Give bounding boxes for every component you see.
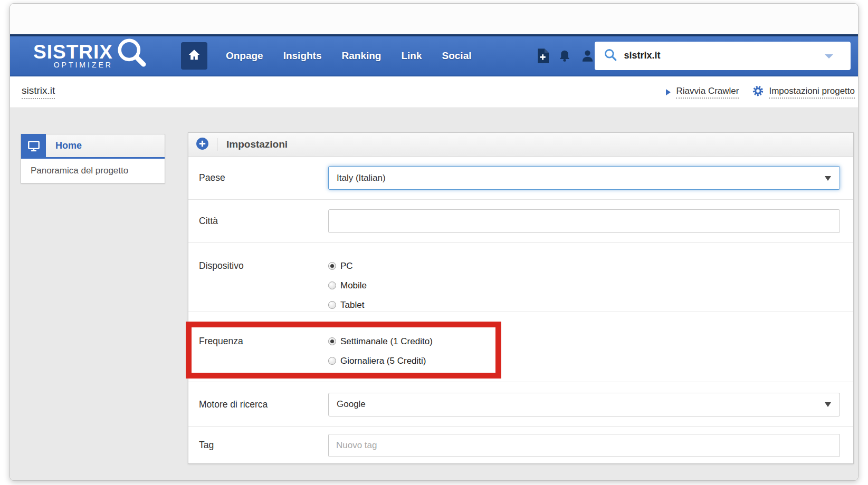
sidebar-home-tab[interactable]: Home bbox=[21, 134, 165, 159]
sidebar-home-label: Home bbox=[55, 140, 82, 151]
user-icon[interactable] bbox=[580, 48, 595, 63]
logo-magnifier-icon bbox=[116, 36, 148, 71]
settings-panel-header: Impostazioni bbox=[188, 133, 853, 157]
nav-item-ranking[interactable]: Ranking bbox=[332, 50, 392, 62]
dispositivo-label: Dispositivo bbox=[188, 242, 328, 312]
domain-search-box[interactable]: sistrix.it bbox=[595, 42, 851, 70]
nav-item-insights[interactable]: Insights bbox=[273, 50, 332, 62]
nav-item-social[interactable]: Social bbox=[432, 50, 482, 62]
header-icon-group bbox=[537, 48, 595, 63]
paese-select[interactable]: Italy (Italian) bbox=[328, 166, 840, 190]
play-icon bbox=[666, 89, 671, 95]
dispositivo-radio-group: PC Mobile Tablet bbox=[328, 242, 853, 312]
brand-subtitle: OPTIMIZER bbox=[54, 61, 113, 69]
settings-panel: Impostazioni Paese Italy (Italian) Città bbox=[188, 132, 854, 464]
sistrix-logo[interactable]: SISTRIX OPTIMIZER bbox=[33, 41, 148, 71]
window-top-strip bbox=[10, 4, 858, 34]
search-input-value[interactable]: sistrix.it bbox=[624, 50, 661, 61]
sidebar-item-panoramica[interactable]: Panoramica del progetto bbox=[21, 159, 165, 183]
tag-input[interactable] bbox=[328, 434, 840, 457]
radio-option-mobile[interactable]: Mobile bbox=[328, 276, 840, 295]
header-divider bbox=[217, 138, 217, 151]
monitor-icon bbox=[21, 134, 46, 158]
select-caret-icon bbox=[825, 402, 831, 407]
frequenza-label: Frequenza bbox=[188, 312, 328, 382]
search-dropdown-caret-icon[interactable] bbox=[825, 54, 833, 59]
main-nav: Onpage Insights Ranking Link Social bbox=[181, 42, 482, 70]
gear-icon bbox=[752, 85, 764, 99]
restart-crawler-link[interactable]: Riavvia Crawler bbox=[666, 86, 739, 99]
radio-icon[interactable] bbox=[328, 357, 336, 365]
plus-circle-icon[interactable] bbox=[196, 137, 209, 152]
main-header: SISTRIX OPTIMIZER Onpage Insights Rankin… bbox=[10, 34, 858, 76]
citta-input[interactable] bbox=[328, 209, 840, 233]
frequenza-radio-group: Settimanale (1 Credito) Giornaliera (5 C… bbox=[328, 312, 853, 382]
field-row-citta: Città bbox=[188, 199, 853, 242]
project-settings-link[interactable]: Impostazioni progetto bbox=[752, 85, 855, 99]
field-row-tag: Tag bbox=[188, 426, 853, 463]
page-content: Home Panoramica del progetto Impostazion… bbox=[10, 108, 858, 481]
select-caret-icon bbox=[825, 176, 831, 181]
nav-item-onpage[interactable]: Onpage bbox=[216, 50, 273, 62]
radio-option-giornaliera[interactable]: Giornaliera (5 Crediti) bbox=[328, 351, 840, 371]
radio-icon-checked[interactable] bbox=[328, 262, 336, 270]
radio-option-settimanale[interactable]: Settimanale (1 Credito) bbox=[328, 332, 840, 351]
radio-icon[interactable] bbox=[328, 282, 336, 289]
paese-label: Paese bbox=[188, 172, 328, 183]
nav-item-link[interactable]: Link bbox=[391, 50, 432, 62]
brand-name: SISTRIX bbox=[33, 43, 113, 62]
radio-option-pc[interactable]: PC bbox=[328, 256, 840, 276]
panel-title: Impostazioni bbox=[226, 139, 288, 150]
notifications-bell-icon[interactable] bbox=[558, 48, 571, 63]
project-domain-link[interactable]: sistrix.it bbox=[22, 85, 55, 99]
field-row-motore: Motore di ricerca Google bbox=[188, 382, 853, 426]
radio-icon[interactable] bbox=[328, 301, 336, 309]
add-report-icon[interactable] bbox=[537, 48, 549, 63]
motore-select[interactable]: Google bbox=[328, 393, 840, 416]
app-window: SISTRIX OPTIMIZER Onpage Insights Rankin… bbox=[9, 3, 859, 481]
project-toolbar: sistrix.it Riavvia Crawler Impostazioni … bbox=[10, 76, 858, 108]
home-icon bbox=[187, 48, 201, 64]
motore-label: Motore di ricerca bbox=[188, 399, 328, 410]
tag-label: Tag bbox=[188, 440, 328, 451]
search-icon bbox=[604, 48, 617, 64]
radio-icon-checked[interactable] bbox=[328, 337, 336, 345]
nav-home-tab[interactable] bbox=[181, 42, 207, 70]
field-row-paese: Paese Italy (Italian) bbox=[188, 157, 853, 199]
sidebar: Home Panoramica del progetto bbox=[21, 134, 165, 183]
field-row-dispositivo: Dispositivo PC Mobile Tablet bbox=[188, 242, 853, 312]
field-row-frequenza: Frequenza Settimanale (1 Credito) Giorna… bbox=[188, 312, 853, 382]
citta-label: Città bbox=[188, 216, 328, 227]
